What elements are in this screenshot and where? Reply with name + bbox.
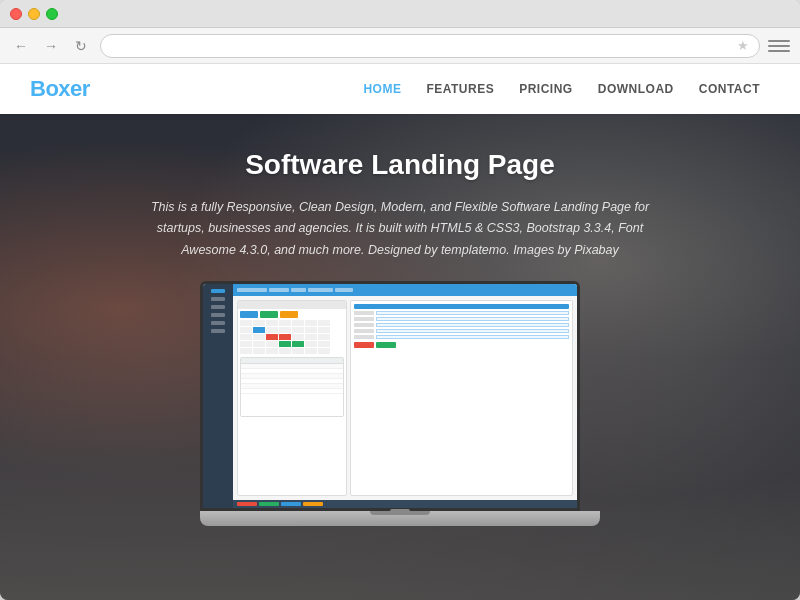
- mini-app-sidebar: [203, 284, 233, 508]
- mini-footer: [233, 500, 577, 508]
- site-header: Boxer HOME FEATURES PRICING DOWNLOAD CON…: [0, 64, 800, 114]
- maximize-button[interactable]: [46, 8, 58, 20]
- browser-toolbar: ← → ↻ ★: [0, 28, 800, 64]
- website-content: Boxer HOME FEATURES PRICING DOWNLOAD CON…: [0, 64, 800, 600]
- mini-calendar-panel: [237, 300, 347, 496]
- site-logo: Boxer: [30, 76, 90, 102]
- mini-app-content: [233, 296, 577, 500]
- laptop-base: [200, 511, 600, 526]
- mini-topbar: [233, 284, 577, 296]
- forward-button[interactable]: →: [40, 35, 62, 57]
- laptop-notch: [390, 509, 410, 513]
- screen-content: [203, 284, 577, 508]
- back-button[interactable]: ←: [10, 35, 32, 57]
- browser-window: ← → ↻ ★ Boxer HOME FEATURES PRICING DOWN…: [0, 0, 800, 600]
- mini-form-area: [350, 300, 573, 496]
- refresh-button[interactable]: ↻: [70, 35, 92, 57]
- hero-subtitle: This is a fully Responsive, Clean Design…: [150, 197, 650, 261]
- laptop-mockup: [200, 281, 600, 526]
- address-bar[interactable]: ★: [100, 34, 760, 58]
- site-nav: HOME FEATURES PRICING DOWNLOAD CONTACT: [353, 76, 770, 102]
- menu-button[interactable]: [768, 35, 790, 57]
- hero-content: Software Landing Page This is a fully Re…: [110, 114, 690, 261]
- minimize-button[interactable]: [28, 8, 40, 20]
- nav-home[interactable]: HOME: [353, 76, 411, 102]
- hero-section: Software Landing Page This is a fully Re…: [0, 114, 800, 600]
- nav-contact[interactable]: CONTACT: [689, 76, 770, 102]
- close-button[interactable]: [10, 8, 22, 20]
- mini-app: [203, 284, 577, 508]
- laptop-screen: [200, 281, 580, 511]
- nav-pricing[interactable]: PRICING: [509, 76, 583, 102]
- bookmark-icon[interactable]: ★: [737, 38, 749, 53]
- mini-app-main: [233, 284, 577, 508]
- nav-download[interactable]: DOWNLOAD: [588, 76, 684, 102]
- hero-title: Software Landing Page: [150, 149, 650, 181]
- mini-form-panel: [350, 300, 573, 496]
- browser-titlebar: [0, 0, 800, 28]
- nav-features[interactable]: FEATURES: [416, 76, 504, 102]
